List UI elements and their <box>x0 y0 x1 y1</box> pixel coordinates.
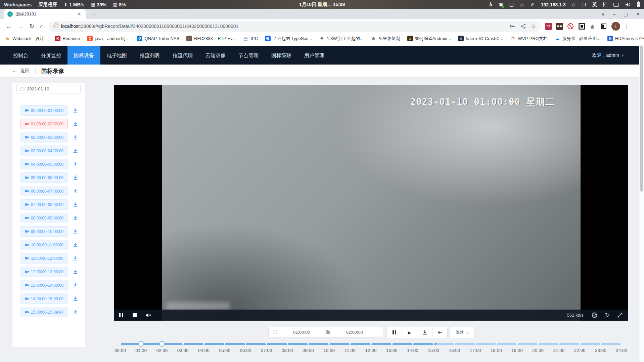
player-mute-icon[interactable] <box>146 313 151 318</box>
recording-segment-button[interactable]: 01:00:00-02:00:00 <box>20 119 68 129</box>
browser-tab[interactable]: ✦ 国标28181 ✕ <box>4 9 86 19</box>
recording-segment-button[interactable]: 15:00:00-15:09:47 <box>20 307 68 317</box>
scrollbar-thumb[interactable] <box>640 46 643 192</box>
input-method-indicator[interactable]: 英 <box>592 2 597 8</box>
nav-tab-国标设备[interactable]: 国标设备 <box>67 46 100 65</box>
js-extension-icon[interactable]: JS <box>545 23 552 30</box>
address-bar[interactable]: ⓘ localhost:38080/#/gbRecordDetail/34020… <box>49 21 541 32</box>
download-segment-icon[interactable] <box>73 134 78 140</box>
download-segment-icon[interactable] <box>73 215 78 221</box>
nav-tab-分屏监控[interactable]: 分屏监控 <box>35 46 67 65</box>
bookmark-item[interactable]: C java、android可... <box>87 36 130 42</box>
browser-home-icon[interactable]: ⌂ <box>40 23 44 30</box>
page-scrollbar[interactable] <box>639 44 644 362</box>
recording-segment-button[interactable]: 00:00:00-01:00:00 <box>20 105 68 116</box>
window-maximize-icon[interactable]: ▢ <box>624 11 628 17</box>
volume-icon[interactable] <box>625 2 631 7</box>
phone-link-icon[interactable] <box>603 2 607 7</box>
time-range-input[interactable]: 01:00:00 至 02:00:00 <box>268 327 383 337</box>
window-switcher-icon[interactable]: ❐ <box>582 2 586 7</box>
start-time-value[interactable]: 01:00:00 <box>277 330 326 335</box>
timeline-handle[interactable] <box>138 341 144 347</box>
bookmark-item[interactable]: ≋ Webstack - 设计... <box>5 36 48 42</box>
profile-avatar[interactable]: I <box>611 22 620 31</box>
site-info-icon[interactable]: ⓘ <box>53 23 58 29</box>
window-close-icon[interactable]: ✕ <box>636 11 640 17</box>
download-segment-icon[interactable] <box>73 242 78 248</box>
share-icon[interactable] <box>521 24 526 29</box>
recording-segment-button[interactable]: 09:00:00-10:00:00 <box>20 226 68 237</box>
video-player[interactable]: 2023-01-10 01:00:00 星期二 552 kb/s ↻ <box>114 85 628 321</box>
download-segment-icon[interactable] <box>73 309 78 315</box>
recording-segment-button[interactable]: 02:00:00-03:00:00 <box>20 132 68 143</box>
player-stop-icon[interactable] <box>133 313 137 317</box>
battery-icon[interactable] <box>637 2 640 7</box>
bookmark-item[interactable]: ☁ 服务器 - 轻量应用... <box>555 36 600 42</box>
cpu-indicator[interactable]: ▦39% <box>91 2 106 7</box>
ip-address[interactable]: 192.168.1.3 <box>541 2 566 7</box>
bookmark-item[interactable]: ◍ hairrrrr/C-CrashC... <box>458 36 503 41</box>
bookmark-item[interactable]: 知 了不起的 TypeScri... <box>265 36 312 42</box>
recording-segment-button[interactable]: 04:00:00-05:00:00 <box>20 159 68 169</box>
download-segment-icon[interactable] <box>73 282 78 288</box>
caffeine-icon[interactable]: ♨ <box>520 2 524 7</box>
back-icon[interactable]: ← <box>6 23 12 30</box>
recording-segment-button[interactable]: 13:00:00-14:00:00 <box>20 280 68 290</box>
speed-dropdown[interactable]: 倍速 ∨ <box>450 327 474 338</box>
download-segment-icon[interactable] <box>73 148 78 154</box>
bookmark-item[interactable]: ⊕ 免登录复制 <box>371 36 400 42</box>
frame-extension-icon[interactable] <box>578 23 585 30</box>
nav-tab-推流列表[interactable]: 推流列表 <box>133 46 166 65</box>
clipboard-icon[interactable]: ❏ <box>509 2 514 7</box>
nav-tab-国标级联[interactable]: 国标级联 <box>265 46 298 65</box>
bookmark-item[interactable]: R Redmine <box>55 36 80 41</box>
tab-close-icon[interactable]: ✕ <box>76 11 82 17</box>
recording-segment-button[interactable]: 05:00:00-06:00:00 <box>20 172 68 183</box>
display-icon[interactable] <box>613 3 619 7</box>
applications-button[interactable]: 应用程序 <box>38 2 57 8</box>
download-segment-icon[interactable] <box>73 175 78 180</box>
nav-tab-用户管理[interactable]: 用户管理 <box>298 46 331 65</box>
rewind-button[interactable]: ⇤ <box>432 327 447 338</box>
recording-segment-button[interactable]: 06:00:00-07:00:00 <box>20 186 68 196</box>
recording-segment-button[interactable]: 11:00:00-12:00:00 <box>20 253 68 264</box>
download-segment-icon[interactable] <box>73 188 78 194</box>
blocker-extension-icon[interactable] <box>567 23 574 30</box>
clock[interactable]: 1月10日 星期二 15∶09 <box>299 2 345 8</box>
back-button[interactable]: 返回 <box>20 68 30 74</box>
download-segment-icon[interactable] <box>73 255 78 261</box>
download-segment-icon[interactable] <box>73 269 78 275</box>
end-time-value[interactable]: 02:00:00 <box>330 330 379 335</box>
browser-menu-icon[interactable]: ⋮ <box>624 23 629 30</box>
nav-tab-节点管理[interactable]: 节点管理 <box>232 46 265 65</box>
privacy-glasses-extension-icon[interactable] <box>556 23 563 30</box>
bookmark-item[interactable]: ♔ WVP-PRO文档 <box>510 36 548 42</box>
nav-tab-云端录像[interactable]: 云端录像 <box>199 46 232 65</box>
new-tab-button[interactable]: + <box>90 10 98 18</box>
bookmark-item[interactable]: N HDAtmos :: 种子 *... <box>607 36 644 42</box>
download-segment-icon[interactable] <box>73 202 78 207</box>
bookmark-item[interactable]: ◐ RFC2833 – RTP Ev... <box>186 36 236 41</box>
download-segment-icon[interactable] <box>73 108 78 113</box>
window-shade-icon[interactable]: ∨ <box>601 11 605 17</box>
color-picker-icon[interactable]: ✐ <box>531 2 535 7</box>
bing-icon[interactable]: b <box>490 2 492 7</box>
welcome-user[interactable]: 欢迎，admin∨ <box>592 52 624 58</box>
nav-tab-电子地图[interactable]: 电子地图 <box>100 46 133 65</box>
download-segment-icon[interactable] <box>73 296 78 301</box>
password-key-icon[interactable] <box>510 24 515 29</box>
recording-segment-button[interactable]: 14:00:00-15:00:00 <box>20 293 68 304</box>
memory-indicator[interactable]: ▥8% <box>113 2 126 7</box>
tab-group-icon[interactable] <box>600 23 607 30</box>
recording-segment-button[interactable]: 08:00:00-09:00:00 <box>20 213 68 223</box>
play-button[interactable]: ▶ <box>402 327 417 338</box>
bookmark-item[interactable]: ⊕ 1.8W字|了不起的... <box>319 36 364 42</box>
player-refresh-icon[interactable]: ↻ <box>605 312 610 319</box>
pause-button[interactable] <box>387 327 402 338</box>
net-speed-indicator[interactable]: ⬇1 MB/s <box>64 2 84 7</box>
download-segment-icon[interactable] <box>73 161 78 167</box>
nav-tab-控制台[interactable]: 控制台 <box>7 46 35 65</box>
fullscreen-icon[interactable] <box>617 313 623 318</box>
player-pause-icon[interactable] <box>119 313 123 317</box>
screenshot-tool-icon[interactable]: ▣ <box>499 2 503 7</box>
